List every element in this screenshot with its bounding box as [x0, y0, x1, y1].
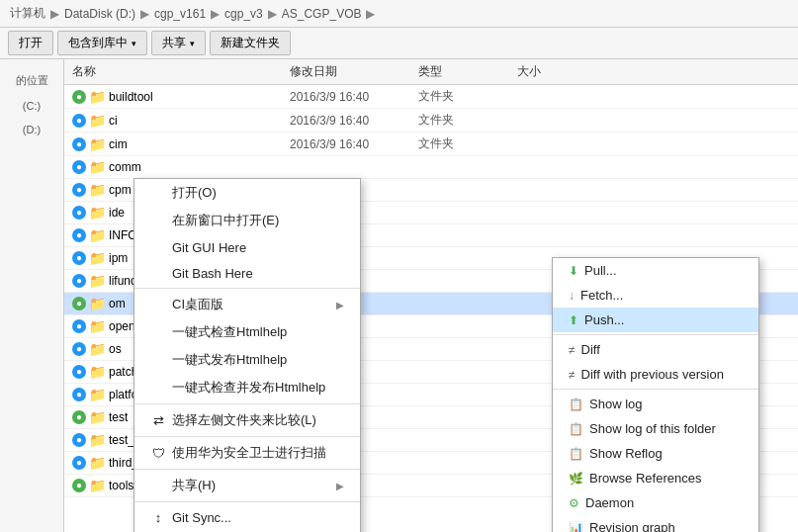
tgit-menu-item-label: Revision graph [589, 520, 675, 532]
col-name-header[interactable]: 名称 [72, 63, 290, 80]
context-menu-item[interactable]: Git GUI Here [134, 234, 360, 260]
tgit-menu-item-label: Browse References [589, 471, 701, 486]
tgit-menu-item-inner: 🌿 Browse References [569, 471, 701, 486]
file-name: om [109, 297, 126, 310]
file-name: cpm [109, 183, 132, 197]
tgit-menu-item[interactable]: ≠ Diff [553, 337, 758, 362]
folder-icon: 📁 [89, 136, 105, 152]
include-button[interactable]: 包含到库中 ▾ [57, 31, 147, 55]
tgit-menu-item[interactable]: ⚙ Daemon [553, 490, 758, 515]
context-menu-item[interactable]: 一键式检查Htmlhelp [134, 318, 360, 346]
git-status-badge: ● [72, 479, 86, 492]
git-status-badge: ● [72, 137, 86, 151]
col-size-header[interactable]: 大小 [517, 63, 596, 80]
context-menu-item[interactable]: 共享(H) ▶ [134, 472, 360, 499]
table-row[interactable]: ● 📁 buildtool 2016/3/9 16:40 文件夹 [64, 85, 798, 109]
sidebar-ddrive[interactable]: (D:) [0, 118, 63, 141]
tgit-menu-item[interactable]: ↓ Fetch... [553, 283, 758, 308]
address-cgpv3[interactable]: cgp_v3 [224, 7, 263, 21]
tgit-menu-item[interactable]: 📋 Show log [553, 392, 758, 416]
address-cgp161[interactable]: cgp_v161 [154, 7, 206, 21]
menu-divider [134, 501, 360, 502]
menu-icon-placeholder [150, 185, 166, 201]
menu-item-inner: 在新窗口中打开(E) [150, 212, 279, 229]
context-menu-item[interactable]: 🛡 使用华为安全卫士进行扫描 [134, 439, 360, 467]
tgit-menu-item-label: Show log of this folder [589, 421, 716, 436]
file-name: ide [109, 206, 125, 220]
tgit-menu-item[interactable]: ⬆ Push... [553, 308, 758, 332]
tgit-menu-item-label: Show log [589, 397, 642, 411]
col-date-header[interactable]: 修改日期 [290, 63, 418, 80]
pull-icon: ⬇ [569, 264, 578, 278]
context-menu-item[interactable]: ↕ Git Sync... [134, 504, 360, 530]
tgit-menu-item-label: Diff [581, 342, 600, 357]
table-row[interactable]: ● 📁 cim 2016/3/9 16:40 文件夹 [64, 133, 798, 156]
menu-item-label: 一键式检查Htmlhelp [172, 323, 287, 341]
menu-icon-placeholder [150, 297, 166, 312]
menu-item-label: 在新窗口中打开(E) [172, 212, 279, 229]
menu-item-inner: ↕ Git Sync... [150, 509, 231, 525]
context-menu-item[interactable]: Git Bash Here [134, 260, 360, 286]
git-status-badge: ● [72, 342, 86, 356]
git-status-badge: ● [72, 388, 86, 401]
tgit-menu-item[interactable]: 📋 Show Reflog [553, 441, 758, 466]
tgit-menu-item[interactable]: ≠ Diff with previous version [553, 362, 758, 387]
address-ascgpvob[interactable]: AS_CGP_VOB [282, 7, 362, 21]
include-arrow: ▾ [132, 39, 136, 48]
table-row[interactable]: ● 📁 comm [64, 156, 798, 179]
submenu-arrow-icon: ▶ [336, 481, 344, 491]
tgit-submenu: ⬇ Pull... ↓ Fetch... ⬆ Push... ≠ Diff ≠ … [552, 257, 759, 532]
menu-item-label: 选择左侧文件夹来比较(L) [172, 411, 316, 429]
col-type-header[interactable]: 类型 [418, 63, 517, 80]
file-date-cell: 2016/3/9 16:40 [290, 114, 418, 128]
tgit-menu-item-label: Pull... [584, 263, 617, 278]
address-datadisk[interactable]: DataDisk (D:) [64, 7, 135, 21]
log-icon: 📋 [569, 422, 583, 436]
tgit-menu-item-label: Daemon [585, 495, 634, 510]
sidebar-cdrive[interactable]: (C:) [0, 94, 63, 118]
new-folder-button[interactable]: 新建文件夹 [210, 31, 291, 55]
file-name: comm [109, 160, 141, 174]
menu-item-label: 一键式检查并发布Htmlhelp [172, 379, 325, 397]
folder-icon: 📁 [89, 455, 105, 471]
file-name: ci [109, 114, 118, 128]
folder-icon: 📁 [89, 432, 105, 448]
tgit-menu-item[interactable]: ⬇ Pull... [553, 258, 758, 283]
git-status-badge: ● [72, 297, 86, 310]
context-menu-item[interactable]: 一键式发布Htmlhelp [134, 346, 360, 374]
address-computer[interactable]: 计算机 [10, 5, 45, 22]
tgit-menu-item-inner: ≠ Diff [569, 342, 600, 357]
git-status-badge: ● [72, 251, 86, 265]
diff-icon: ≠ [569, 368, 576, 382]
file-name: os [109, 342, 122, 356]
share-button[interactable]: 共享 ▾ [151, 31, 206, 55]
share-arrow: ▾ [190, 39, 195, 48]
git-status-badge: ● [72, 456, 86, 470]
tgit-menu-item[interactable]: 🌿 Browse References [553, 466, 758, 490]
tgit-menu-item[interactable]: 📋 Show log of this folder [553, 416, 758, 441]
file-type-cell: 文件夹 [418, 88, 517, 105]
tgit-menu-item-inner: 📋 Show log [569, 397, 642, 411]
file-name: test [109, 410, 128, 424]
toolbar: 打开 包含到库中 ▾ 共享 ▾ 新建文件夹 [0, 28, 798, 59]
menu-divider [134, 403, 360, 404]
git-status-badge: ● [72, 206, 86, 220]
menu-item-label: 打开(O) [172, 184, 217, 202]
folder-icon: 📁 [89, 364, 105, 380]
fetch-icon: ↓ [569, 289, 575, 303]
sidebar-location: 的位置 [0, 67, 63, 94]
tgit-menu-item-inner: ↓ Fetch... [569, 288, 623, 303]
context-menu-item[interactable]: 在新窗口中打开(E) [134, 207, 360, 234]
tgit-menu-item[interactable]: 📊 Revision graph [553, 515, 758, 532]
context-menu-item[interactable]: 打开(O) [134, 179, 360, 207]
context-menu-item[interactable]: 一键式检查并发布Htmlhelp [134, 374, 360, 401]
context-menu-item[interactable]: ⇄ 选择左侧文件夹来比较(L) [134, 406, 360, 434]
file-type-cell: 文件夹 [418, 135, 517, 152]
file-date-cell: 2016/3/9 16:40 [290, 137, 418, 151]
tgit-menu-item-inner: ⬆ Push... [569, 312, 624, 327]
menu-divider [553, 334, 758, 335]
menu-item-inner: 🛡 使用华为安全卫士进行扫描 [150, 444, 326, 462]
table-row[interactable]: ● 📁 ci 2016/3/9 16:40 文件夹 [64, 109, 798, 133]
open-button[interactable]: 打开 [8, 31, 53, 55]
context-menu-item[interactable]: CI桌面版 ▶ [134, 291, 360, 318]
